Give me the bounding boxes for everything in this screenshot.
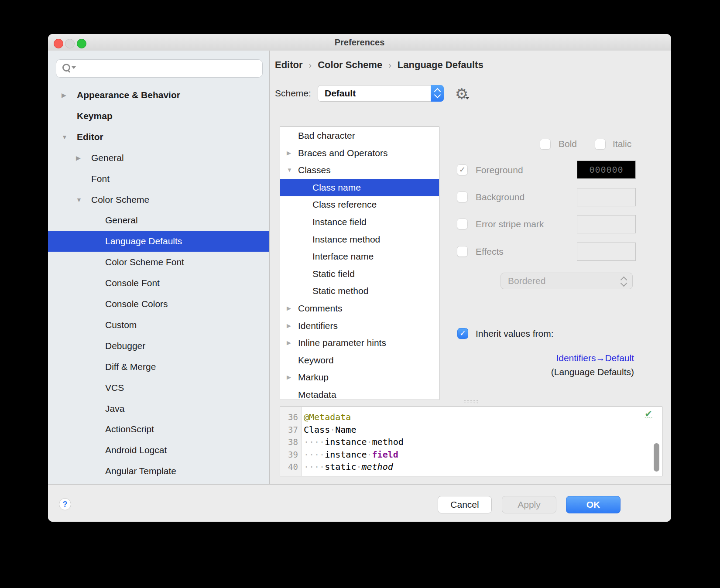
sidebar-item-actionscript[interactable]: ActionScript <box>48 419 269 440</box>
sidebar-item-keymap[interactable]: Keymap <box>48 106 269 126</box>
attribute-item-label: Markup <box>298 369 329 386</box>
sidebar-item-label: Console Colors <box>105 294 168 315</box>
attribute-item-bad-character[interactable]: Bad character <box>280 127 439 144</box>
chevron-expanded-icon[interactable]: ▼ <box>287 161 292 179</box>
sidebar-item-label: Language Defaults <box>105 231 182 252</box>
code-token: · <box>367 449 372 460</box>
attribute-item-identifiers[interactable]: ▶Identifiers <box>280 317 439 335</box>
preview-scrollbar[interactable] <box>654 443 659 472</box>
attribute-item-interface-name[interactable]: Interface name <box>280 248 439 265</box>
sidebar-item-appearance-behavior[interactable]: ▶Appearance & Behavior <box>48 85 269 106</box>
attribute-item-static-field[interactable]: Static field <box>280 265 439 283</box>
sidebar-item-language-defaults[interactable]: Language Defaults <box>48 231 269 252</box>
apply-button[interactable]: Apply <box>502 496 556 513</box>
attribute-item-class-reference[interactable]: Class reference <box>280 196 439 213</box>
foreground-checkbox[interactable] <box>457 164 468 175</box>
sidebar-item-label: Color Scheme <box>91 189 149 210</box>
chevron-collapsed-icon[interactable]: ▶ <box>62 85 66 106</box>
sidebar-item-angular-template[interactable]: Angular Template <box>48 461 269 482</box>
stepper-icon[interactable] <box>431 85 444 102</box>
error-stripe-checkbox[interactable] <box>457 219 468 229</box>
code-token: ···· <box>304 437 325 447</box>
sidebar-item-custom[interactable]: Custom <box>48 315 269 335</box>
sidebar-item-vcs[interactable]: VCS <box>48 377 269 398</box>
sidebar-item-label: Font <box>91 168 110 189</box>
sidebar-item-color-scheme[interactable]: ▼Color Scheme <box>48 189 269 210</box>
sidebar-item-debugger[interactable]: Debugger <box>48 335 269 356</box>
search-box[interactable] <box>56 59 263 78</box>
cancel-button[interactable]: Cancel <box>438 496 492 513</box>
sidebar-item-label: Appearance & Behavior <box>77 85 180 106</box>
chevron-collapsed-icon[interactable]: ▶ <box>287 300 291 317</box>
sidebar-item-java[interactable]: Java <box>48 398 269 419</box>
attribute-item-label: Static field <box>312 265 355 283</box>
scheme-value: Default <box>325 85 356 101</box>
sidebar-item-console-font[interactable]: Console Font <box>48 273 269 294</box>
search-input[interactable] <box>75 64 262 74</box>
splitter-handle-icon[interactable] <box>463 400 479 404</box>
italic-label: Italic <box>613 138 631 150</box>
error-stripe-swatch[interactable] <box>577 215 636 233</box>
preferences-window: Preferences ▶Appearance & BehaviorKeymap… <box>48 34 671 522</box>
code-token: instance <box>325 437 367 447</box>
sidebar-item-console-colors[interactable]: Console Colors <box>48 294 269 315</box>
sidebar-item-editor[interactable]: ▼Editor <box>48 126 269 147</box>
preview-editor[interactable]: 36@Metadata37Class·Name38····instance·me… <box>280 407 662 476</box>
preview-code: 36@Metadata37Class·Name38····instance·me… <box>280 407 662 476</box>
breadcrumb-editor[interactable]: Editor <box>275 59 303 71</box>
inherit-source-link[interactable]: Identifiers→Default <box>556 352 634 364</box>
breadcrumb-language-defaults: Language Defaults <box>398 59 483 71</box>
background-checkbox[interactable] <box>457 191 468 202</box>
effects-swatch[interactable] <box>577 243 636 261</box>
sidebar-item-general[interactable]: General <box>48 210 269 231</box>
attribute-item-static-method[interactable]: Static method <box>280 282 439 300</box>
scheme-select[interactable]: Default <box>318 85 444 102</box>
sidebar-item-label: Editor <box>77 126 103 147</box>
attribute-item-metadata[interactable]: Metadata <box>280 386 439 400</box>
attribute-item-markup[interactable]: ▶Markup <box>280 369 439 386</box>
breadcrumb-color-scheme[interactable]: Color Scheme <box>318 59 382 71</box>
chevron-expanded-icon[interactable]: ▼ <box>76 189 82 210</box>
attribute-item-class-name[interactable]: Class name <box>280 179 439 196</box>
chevron-collapsed-icon[interactable]: ▶ <box>287 369 291 386</box>
inspections-ok-icon[interactable]: ✔﹀﹀ <box>643 410 654 423</box>
attribute-item-keyword[interactable]: Keyword <box>280 352 439 369</box>
chevron-collapsed-icon[interactable]: ▶ <box>287 144 291 162</box>
gear-icon[interactable]: ⚙ <box>453 85 470 102</box>
effects-style-select[interactable]: Bordered <box>501 273 633 289</box>
attribute-item-classes[interactable]: ▼Classes <box>280 161 439 179</box>
background-swatch[interactable] <box>577 188 636 206</box>
effects-checkbox[interactable] <box>457 246 468 257</box>
italic-checkbox[interactable] <box>595 139 606 150</box>
window-title: Preferences <box>48 34 671 51</box>
titlebar: Preferences <box>48 34 671 51</box>
attribute-item-instance-field[interactable]: Instance field <box>280 213 439 231</box>
foreground-swatch[interactable]: 000000 <box>577 161 636 179</box>
attribute-item-inline-parameter-hints[interactable]: ▶Inline parameter hints <box>280 334 439 352</box>
sidebar-item-general[interactable]: ▶General <box>48 147 269 168</box>
attribute-item-comments[interactable]: ▶Comments <box>280 300 439 317</box>
sidebar-item-android-logcat[interactable]: Android Logcat <box>48 440 269 461</box>
sidebar-item-label: General <box>105 210 138 231</box>
chevron-collapsed-icon[interactable]: ▶ <box>287 334 291 352</box>
help-button[interactable]: ? <box>59 498 71 510</box>
sidebar-item-diff-merge[interactable]: Diff & Merge <box>48 356 269 377</box>
sidebar-item-color-scheme-font[interactable]: Color Scheme Font <box>48 252 269 273</box>
code-token: method <box>361 462 393 472</box>
chevron-collapsed-icon[interactable]: ▶ <box>287 317 291 335</box>
attribute-item-instance-method[interactable]: Instance method <box>280 231 439 248</box>
code-token: ···· <box>304 449 325 460</box>
chevron-expanded-icon[interactable]: ▼ <box>62 126 68 147</box>
code-token: instance <box>325 449 367 460</box>
attribute-item-braces-and-operators[interactable]: ▶Braces and Operators <box>280 144 439 162</box>
attribute-item-label: Class reference <box>312 196 377 213</box>
inherit-checkbox[interactable] <box>457 328 468 339</box>
attributes-list: Bad character▶Braces and Operators▼Class… <box>280 126 439 400</box>
error-stripe-label: Error stripe mark <box>476 218 544 230</box>
sidebar-item-label: Keymap <box>77 106 113 126</box>
chevron-collapsed-icon[interactable]: ▶ <box>76 147 81 168</box>
bold-checkbox[interactable] <box>540 139 551 150</box>
sidebar-item-font[interactable]: Font <box>48 168 269 189</box>
attribute-item-label: Static method <box>312 282 368 300</box>
ok-button[interactable]: OK <box>566 496 621 513</box>
